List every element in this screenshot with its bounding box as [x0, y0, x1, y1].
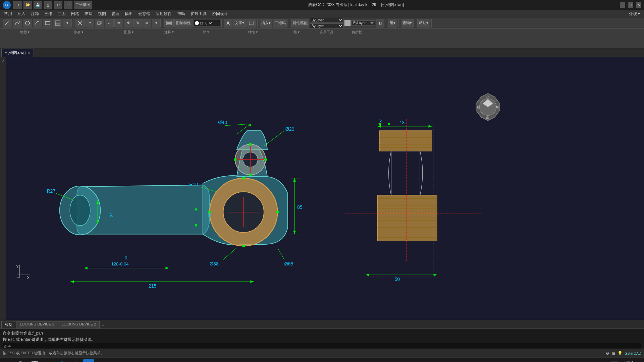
model-tabs: 模型 LOCKING DEVICE 1 LOCKING DEVICE 2 +	[0, 320, 644, 328]
tab-locking1[interactable]: LOCKING DEVICE 1	[16, 321, 58, 328]
move-tool[interactable]: ✥	[124, 19, 132, 27]
tab-close-icon[interactable]: ✕	[28, 51, 30, 55]
label-prop: 特性 ▾	[223, 30, 283, 35]
more-modify[interactable]: ▾	[152, 19, 161, 27]
canvas-area[interactable]: Y X	[6, 57, 644, 320]
svg-rect-12	[166, 22, 172, 23]
copy-tool[interactable]: ⧉	[143, 19, 151, 27]
label-group: 组 ▾	[283, 30, 310, 35]
new-btn[interactable]: 🗋	[13, 1, 22, 9]
linetype-select[interactable]: ByLayer	[310, 18, 343, 23]
menu-shitu[interactable]: 视图	[95, 10, 109, 17]
layer-select[interactable]: 0	[204, 21, 213, 25]
label-layer: 图层 ▾	[109, 30, 149, 35]
menu-wangge[interactable]: 网格	[68, 10, 82, 17]
svg-text:18: 18	[400, 120, 405, 125]
layer-manager[interactable]	[164, 19, 174, 27]
search-btn[interactable]: 🔍	[16, 359, 27, 362]
menu-guanli[interactable]: 管理	[109, 10, 122, 17]
clock[interactable]: 11:04 2022/10/28	[620, 360, 638, 362]
block-group: 插入▾ 二维码	[258, 19, 289, 27]
tab-add-btn[interactable]: +	[34, 49, 42, 56]
rotate-tool[interactable]: ↻	[133, 19, 142, 27]
lineweight-select[interactable]: ByLayer	[310, 23, 343, 28]
text-label[interactable]: 文字▾	[233, 19, 246, 27]
svg-rect-86	[378, 195, 437, 214]
files-btn[interactable]	[43, 359, 54, 362]
match-prop[interactable]: 特性匹配	[291, 19, 309, 27]
menu-charu[interactable]: 插入	[15, 10, 28, 17]
group-group: 组▾	[387, 19, 399, 27]
more-draw[interactable]: ▾	[63, 19, 72, 27]
menu-sanwei[interactable]: 三维	[42, 10, 55, 17]
close-btn[interactable]: ✕	[636, 2, 641, 8]
ai-label[interactable]: Ai	[1, 58, 5, 64]
toolbar-area: ▾ ✦ ↔ ⇌ ✥ ↻ ⧉ ▾ 图层特性 □	[0, 18, 644, 48]
arc-tool[interactable]	[33, 19, 42, 27]
insert-btn[interactable]: 插入▾	[260, 19, 272, 27]
open-btn[interactable]: 📂	[23, 1, 32, 9]
show-desktop-btn[interactable]	[640, 359, 641, 362]
stretch-tool[interactable]: ↔	[105, 19, 114, 27]
prop-panel[interactable]: ◧	[376, 19, 384, 27]
explode-tool[interactable]: ✦	[86, 19, 94, 27]
color-select[interactable]: ByLayer	[352, 20, 375, 25]
tab-locking2[interactable]: LOCKING DEVICE 2	[58, 321, 100, 328]
hatch-tool[interactable]	[53, 19, 62, 27]
qrcode-btn[interactable]: 二维码	[273, 19, 287, 27]
chrome-btn[interactable]	[70, 359, 80, 362]
svg-rect-11	[166, 21, 172, 22]
minimize-btn[interactable]: ─	[620, 2, 625, 8]
menu-cloud[interactable]: 云存储	[136, 10, 153, 17]
menu-extend[interactable]: 扩展工具	[188, 10, 209, 17]
clipboard-group: 粘贴▾	[416, 19, 432, 27]
svg-point-1	[25, 21, 30, 25]
menu-appearance[interactable]: 外观 ▾	[626, 10, 643, 17]
rect-tool[interactable]	[43, 19, 52, 27]
tab-jixitu[interactable]: 机械图.dwg ✕	[1, 49, 34, 57]
save-btn[interactable]: 💾	[34, 1, 42, 9]
tab-add[interactable]: +	[100, 322, 106, 328]
redo-btn[interactable]: ↪	[64, 1, 72, 9]
paste-btn[interactable]: 粘贴▾	[417, 19, 430, 27]
edge-btn[interactable]	[56, 359, 67, 362]
svg-point-30	[242, 245, 245, 247]
start-btn[interactable]: ⊞	[3, 359, 13, 362]
monitor-icon[interactable]: 🖥	[611, 351, 615, 356]
menu-buju[interactable]: 布局	[82, 10, 95, 17]
menu-collab[interactable]: 协同设计	[209, 10, 231, 17]
menu-help[interactable]: 帮助	[174, 10, 188, 17]
measure-btn[interactable]: 查询▾	[401, 19, 414, 27]
line-tool[interactable]	[3, 19, 12, 27]
print-btn[interactable]: 🖨	[44, 1, 52, 9]
taskview-btn[interactable]	[30, 359, 40, 362]
menu-qumian[interactable]: 曲面	[55, 10, 68, 17]
dim-tool[interactable]	[247, 19, 256, 27]
tab-model[interactable]: 模型	[1, 321, 16, 328]
menu-apps[interactable]: 应用软件	[153, 10, 174, 17]
offset-tool[interactable]	[95, 19, 104, 27]
erase-tool[interactable]	[75, 19, 85, 27]
group-btn[interactable]: 组▾	[388, 19, 397, 27]
view-2d-btn[interactable]: 二维草图	[74, 1, 92, 9]
text-tool[interactable]: A	[224, 19, 232, 27]
menu-zhushi[interactable]: 注释	[28, 10, 42, 17]
menu-shuchu[interactable]: 输出	[122, 10, 136, 17]
mirror-tool[interactable]: ⇌	[114, 19, 123, 27]
undo-btn[interactable]: ↩	[54, 1, 62, 9]
settings-icon[interactable]: ⚙	[606, 351, 609, 356]
layer-prop[interactable]: 图层特性	[174, 19, 193, 27]
polyline-tool[interactable]	[13, 19, 22, 27]
command-line2: 按 Esc 或 Enter 键退出，或单击右键显示快捷菜单。	[3, 337, 641, 343]
app-logo: G	[3, 1, 11, 9]
restore-btn[interactable]: □	[628, 2, 633, 8]
svg-point-40	[264, 158, 267, 161]
command-input[interactable]	[12, 344, 640, 349]
annotation-group: A 文字▾	[222, 19, 258, 27]
light-icon[interactable]: 💡	[618, 351, 623, 356]
menu-changyong[interactable]: 常用	[1, 10, 15, 17]
circle-tool[interactable]	[23, 19, 32, 27]
svg-text:Ø38: Ø38	[210, 261, 219, 266]
svg-point-39	[234, 158, 236, 161]
gstarcad-btn[interactable]: G	[83, 359, 94, 362]
